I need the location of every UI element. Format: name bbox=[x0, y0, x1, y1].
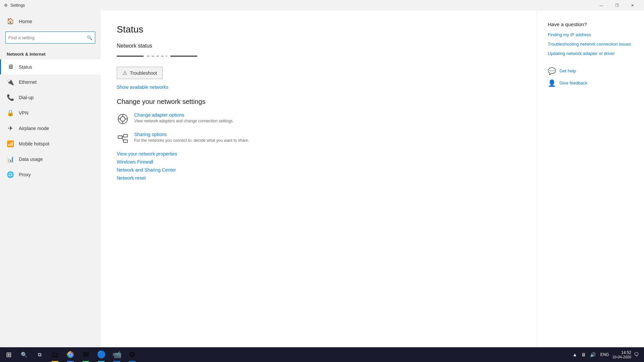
right-panel: Have a question? Finding my IP address T… bbox=[537, 11, 644, 347]
network-line-dashed bbox=[147, 56, 167, 57]
adapter-option-title[interactable]: Change adapter options bbox=[134, 112, 234, 118]
dialup-icon: 📞 bbox=[7, 94, 14, 101]
settings-icon: ⚙ bbox=[4, 3, 8, 8]
taskbar-chrome[interactable] bbox=[63, 347, 78, 362]
file-explorer-icon: 🗂 bbox=[51, 350, 59, 359]
svg-point-13 bbox=[69, 353, 72, 356]
svg-rect-6 bbox=[118, 136, 122, 138]
help-link-ip[interactable]: Finding my IP address bbox=[548, 32, 633, 38]
give-feedback-label: Give feedback bbox=[559, 80, 587, 85]
title-bar-controls: — ❐ ✕ bbox=[594, 0, 640, 11]
sharing-option-title[interactable]: Sharing options bbox=[134, 132, 249, 137]
svg-point-1 bbox=[120, 117, 125, 121]
sidebar-item-proxy[interactable]: 🌐 Proxy bbox=[0, 167, 101, 182]
app-body: 🏠 Home 🔍 Network & Internet 🖥 Status 🔌 E… bbox=[0, 11, 644, 347]
sidebar-section-title: Network & Internet bbox=[0, 49, 101, 59]
network-reset-link[interactable]: Network reset bbox=[117, 175, 521, 181]
change-adapter-option: Change adapter options View network adap… bbox=[117, 112, 521, 125]
messages-icon: ✉ bbox=[83, 350, 89, 359]
taskbar-settings[interactable]: ⚙ bbox=[125, 347, 140, 362]
vpn-icon: 🔒 bbox=[7, 109, 14, 117]
search-input[interactable] bbox=[8, 35, 85, 40]
have-question-title: Have a question? bbox=[548, 21, 633, 27]
give-feedback-icon: 👤 bbox=[548, 79, 556, 87]
sharing-icon bbox=[117, 132, 129, 144]
windows-firewall-link[interactable]: Windows Firewall bbox=[117, 159, 521, 165]
adapter-option-desc: View network adapters and change connect… bbox=[134, 119, 234, 123]
troubleshoot-label: Troubleshoot bbox=[130, 70, 157, 76]
sidebar-item-label-proxy: Proxy bbox=[19, 172, 31, 177]
proxy-icon: 🌐 bbox=[7, 171, 14, 178]
search-box[interactable]: 🔍 bbox=[5, 32, 95, 44]
sidebar-item-label-dialup: Dial-up bbox=[19, 95, 34, 100]
taskbar-time: 14:52 bbox=[612, 350, 631, 355]
search-button[interactable]: 🔍 bbox=[17, 347, 32, 362]
task-view-button[interactable]: ⧉ bbox=[32, 347, 47, 362]
app4-icon: 🔵 bbox=[97, 350, 106, 359]
sidebar-item-vpn[interactable]: 🔒 VPN bbox=[0, 105, 101, 121]
taskbar-right: ▲ 🖥 🔊 ENG 14:52 10-04-2020 🗨 bbox=[571, 350, 643, 359]
page-title: Status bbox=[117, 24, 521, 35]
help-divider bbox=[548, 60, 633, 67]
network-taskbar-icon[interactable]: 🖥 bbox=[580, 352, 587, 357]
start-button[interactable]: ⊞ bbox=[1, 347, 16, 362]
network-sharing-center-link[interactable]: Network and Sharing Center bbox=[117, 167, 521, 173]
view-network-properties-link[interactable]: View your network properties bbox=[117, 151, 521, 157]
sidebar-item-label-datausage: Data usage bbox=[19, 157, 43, 162]
sidebar-item-label-airplane: Airplane mode bbox=[19, 126, 49, 131]
notification-icon[interactable]: 🗨 bbox=[633, 352, 640, 357]
warning-icon: ⚠ bbox=[122, 70, 127, 76]
svg-line-10 bbox=[122, 137, 123, 141]
adapter-icon bbox=[117, 113, 129, 125]
taskbar: ⊞ 🔍 ⧉ 🗂 ✉ 🔵 bbox=[0, 347, 644, 362]
home-icon: 🏠 bbox=[7, 17, 14, 25]
sidebar-item-ethernet[interactable]: 🔌 Ethernet bbox=[0, 74, 101, 90]
get-help-icon: 💬 bbox=[548, 67, 556, 75]
maximize-button[interactable]: ❐ bbox=[609, 0, 625, 11]
home-label: Home bbox=[19, 18, 32, 24]
network-diagram bbox=[117, 56, 521, 57]
troubleshoot-button[interactable]: ⚠ Troubleshoot bbox=[117, 67, 163, 79]
search-box-container: 🔍 bbox=[0, 29, 101, 49]
svg-rect-7 bbox=[123, 134, 127, 137]
language-indicator[interactable]: ENG bbox=[598, 352, 611, 357]
app5-icon: 📹 bbox=[112, 350, 121, 359]
taskbar-app5[interactable]: 📹 bbox=[109, 347, 124, 362]
sidebar: 🏠 Home 🔍 Network & Internet 🖥 Status 🔌 E… bbox=[0, 11, 101, 347]
chrome-icon bbox=[66, 351, 74, 359]
title-bar: ⚙ Settings — ❐ ✕ bbox=[0, 0, 644, 11]
minimize-button[interactable]: — bbox=[594, 0, 609, 11]
get-help-action[interactable]: 💬 Get help bbox=[548, 67, 633, 75]
taskbar-file-explorer[interactable]: 🗂 bbox=[48, 347, 62, 362]
taskbar-messages[interactable]: ✉ bbox=[78, 347, 93, 362]
sidebar-item-dialup[interactable]: 📞 Dial-up bbox=[0, 90, 101, 105]
airplane-icon: ✈ bbox=[7, 125, 14, 132]
taskbar-clock[interactable]: 14:52 10-04-2020 bbox=[612, 350, 631, 359]
main-content: Status Network status ⚠ Troubleshoot Sho… bbox=[101, 11, 537, 347]
sidebar-item-datausage[interactable]: 📊 Data usage bbox=[0, 152, 101, 167]
change-settings-title: Change your network settings bbox=[117, 98, 521, 106]
sidebar-item-airplane[interactable]: ✈ Airplane mode bbox=[0, 121, 101, 136]
help-link-troubleshoot[interactable]: Troubleshooting network connection issue… bbox=[548, 41, 633, 47]
status-icon: 🖥 bbox=[7, 63, 14, 70]
search-icon: 🔍 bbox=[87, 35, 92, 40]
sidebar-home[interactable]: 🏠 Home bbox=[0, 13, 101, 29]
close-button[interactable]: ✕ bbox=[625, 0, 640, 11]
volume-taskbar-icon[interactable]: 🔊 bbox=[589, 352, 597, 357]
title-bar-left: ⚙ Settings bbox=[4, 3, 25, 8]
give-feedback-action[interactable]: 👤 Give feedback bbox=[548, 79, 633, 87]
show-networks-link[interactable]: Show available networks bbox=[117, 84, 521, 90]
network-line-1 bbox=[117, 56, 144, 57]
sidebar-item-label-vpn: VPN bbox=[19, 110, 29, 116]
sharing-option-text: Sharing options For the networks you con… bbox=[134, 132, 249, 143]
sharing-option-desc: For the networks you connect to, decide … bbox=[134, 138, 249, 143]
bottom-links: View your network properties Windows Fir… bbox=[117, 151, 521, 181]
adapter-option-text: Change adapter options View network adap… bbox=[134, 112, 234, 123]
sidebar-item-status[interactable]: 🖥 Status bbox=[0, 59, 101, 74]
help-link-driver[interactable]: Updating network adapter or driver bbox=[548, 51, 633, 57]
sidebar-item-hotspot[interactable]: 📶 Mobile hotspot bbox=[0, 136, 101, 152]
network-line-2 bbox=[170, 56, 197, 57]
taskbar-date: 10-04-2020 bbox=[612, 355, 631, 359]
system-chevron-icon[interactable]: ▲ bbox=[571, 352, 579, 357]
taskbar-app4[interactable]: 🔵 bbox=[94, 347, 109, 362]
